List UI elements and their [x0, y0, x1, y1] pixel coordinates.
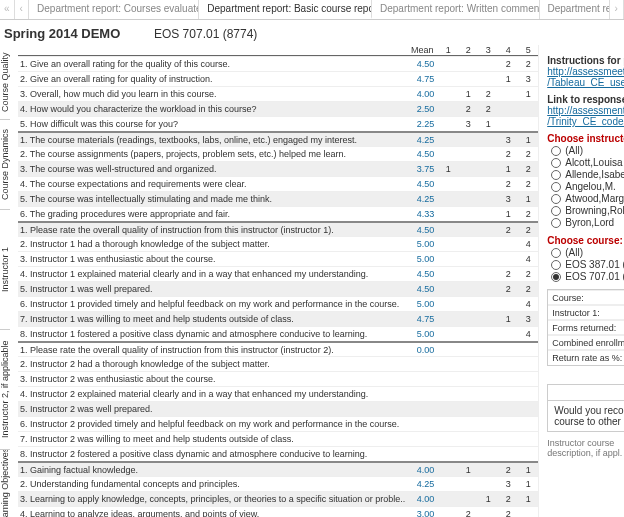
question-text: 4. Instructor 2 explained material clear… [18, 389, 406, 399]
count-cell: 2 [498, 179, 518, 189]
tab-basic-course-report[interactable]: Department report: Basic course report [199, 0, 372, 19]
option-label: Atwood,Margaret [565, 193, 624, 204]
mean-value: 0.00 [406, 345, 438, 355]
count-cell: 2 [518, 269, 538, 279]
table-row: 3. The course was well-structured and or… [18, 161, 538, 176]
recommend-question: Would you recommend this course to other… [548, 401, 624, 431]
count-cell: 1 [518, 494, 538, 504]
count-cell: 3 [518, 74, 538, 84]
meta-key: Course: [548, 291, 624, 305]
meta-key: Return rate as %: [548, 351, 624, 365]
mean-value: 4.25 [406, 135, 438, 145]
option-label: (All) [565, 247, 583, 258]
table-row: 2. Understanding fundamental concepts an… [18, 476, 538, 491]
meta-key: Forms returned: [548, 321, 624, 335]
count-cell: 2 [498, 284, 518, 294]
count-cell: 1 [518, 479, 538, 489]
tab-nav-first[interactable]: « [0, 0, 15, 19]
mean-value: 5.00 [406, 329, 438, 339]
count-cell: 1 [518, 465, 538, 475]
meta-row: Return rate as %:33.333 [548, 350, 624, 365]
table-row: 1. The course materials (readings, textb… [18, 131, 538, 146]
count-cell: 2 [498, 465, 518, 475]
table-row: 4. Learning to analyze ideas, arguments,… [18, 506, 538, 517]
mean-value: 5.00 [406, 254, 438, 264]
table-row: 6. Instructor 1 provided timely and help… [18, 296, 538, 311]
table-row: 5. How difficult was this course for you… [18, 116, 538, 131]
radio-icon [551, 182, 561, 192]
table-row: 3. Learning to apply knowledge, concepts… [18, 491, 538, 506]
side-panel: Instructions for printing: http://assess… [539, 45, 624, 517]
course-option[interactable]: (All) [551, 247, 624, 258]
instructor-option[interactable]: Alcott,Louisa May [551, 157, 624, 168]
mean-value: 4.33 [406, 209, 438, 219]
count-cell: 1 [478, 494, 498, 504]
table-row: 3. Instructor 2 was enthusiastic about t… [18, 371, 538, 386]
print-link-2[interactable]: /Tableau_CE_users_guide.htm#basic_print [547, 77, 624, 88]
instructor-option[interactable]: Browning,Robert [551, 205, 624, 216]
option-label: Angelou,M. [565, 181, 616, 192]
option-label: Byron,Lord [565, 217, 614, 228]
tab-nav-prev[interactable]: ‹ [15, 0, 30, 19]
count-cell: 3 [498, 135, 518, 145]
tab-courses-evaluated[interactable]: Department report: Courses evaluated [29, 0, 199, 19]
count-cell: 4 [518, 239, 538, 249]
table-row: 4. Instructor 1 explained material clear… [18, 266, 538, 281]
response-link-1[interactable]: http://assessment.aas.duke.edu [547, 105, 624, 116]
count-cell: 4 [518, 254, 538, 264]
question-text: 5. Instructor 1 was well prepared. [18, 284, 406, 294]
count-cell: 2 [518, 179, 538, 189]
section-label: Course Dynamics [0, 120, 10, 210]
course-option[interactable]: EOS 387.01 (8929) [551, 259, 624, 270]
meta-key: Instructor 1: [548, 306, 624, 320]
table-row: 5. Instructor 2 was well prepared. [18, 401, 538, 416]
table-row: 5. Instructor 1 was well prepared.4.5022 [18, 281, 538, 296]
section-label: Trinity College Learning Objectives [0, 450, 10, 517]
count-cell: 1 [458, 465, 478, 475]
meta-row: Combined enrollm:12 [548, 335, 624, 350]
table-row: 7. Instructor 2 was willing to meet and … [18, 431, 538, 446]
instructor-option[interactable]: (All) [551, 145, 624, 156]
print-link-1[interactable]: http://assessmeet.aas.duke.edu [547, 66, 624, 77]
tab-written-comments[interactable]: Department report: Written comments [372, 0, 540, 19]
col-question [18, 45, 406, 55]
radio-icon [551, 194, 561, 204]
meta-key: Combined enrollm: [548, 336, 624, 350]
count-cell: 1 [518, 135, 538, 145]
response-link-2[interactable]: /Trinity_CE_codes.htm [547, 116, 624, 127]
radio-icon [551, 170, 561, 180]
instructor-option[interactable]: Angelou,M. [551, 181, 624, 192]
table-row: 1. Please rate the overall quality of in… [18, 221, 538, 236]
count-cell: 1 [498, 164, 518, 174]
radio-icon [551, 218, 561, 228]
question-text: 4. Instructor 1 explained material clear… [18, 269, 406, 279]
col-1: 1 [438, 45, 458, 55]
count-cell: 2 [498, 269, 518, 279]
mean-value: 4.50 [406, 149, 438, 159]
table-row: 1. Give an overall rating for the qualit… [18, 56, 538, 71]
instructor-option[interactable]: Byron,Lord [551, 217, 624, 228]
option-label: EOS 707.01 (8774) [565, 271, 624, 282]
table-row: 2. The course assignments (papers, proje… [18, 146, 538, 161]
count-cell: 1 [478, 119, 498, 129]
mean-value: 4.50 [406, 179, 438, 189]
mean-value: 4.00 [406, 465, 438, 475]
count-cell: 4 [518, 329, 538, 339]
term-label: Spring 2014 DEMO [4, 26, 120, 41]
count-cell: 2 [498, 225, 518, 235]
count-cell: 1 [458, 89, 478, 99]
count-cell: 3 [498, 479, 518, 489]
course-option[interactable]: EOS 707.01 (8774) [551, 271, 624, 282]
tab-external[interactable]: Department report: Exter [540, 0, 610, 19]
question-text: 1. Give an overall rating for the qualit… [18, 59, 406, 69]
count-cell: 1 [518, 89, 538, 99]
radio-icon [551, 146, 561, 156]
tab-nav-next[interactable]: › [610, 0, 625, 19]
mean-value: 4.50 [406, 225, 438, 235]
report-table: Course QualityCourse DynamicsInstructor … [0, 45, 539, 517]
meta-row: Course:Name of course [548, 290, 624, 305]
instructor-option[interactable]: Allende,Isabel [551, 169, 624, 180]
mean-value: 4.75 [406, 314, 438, 324]
option-label: Allende,Isabel [565, 169, 624, 180]
instructor-option[interactable]: Atwood,Margaret [551, 193, 624, 204]
